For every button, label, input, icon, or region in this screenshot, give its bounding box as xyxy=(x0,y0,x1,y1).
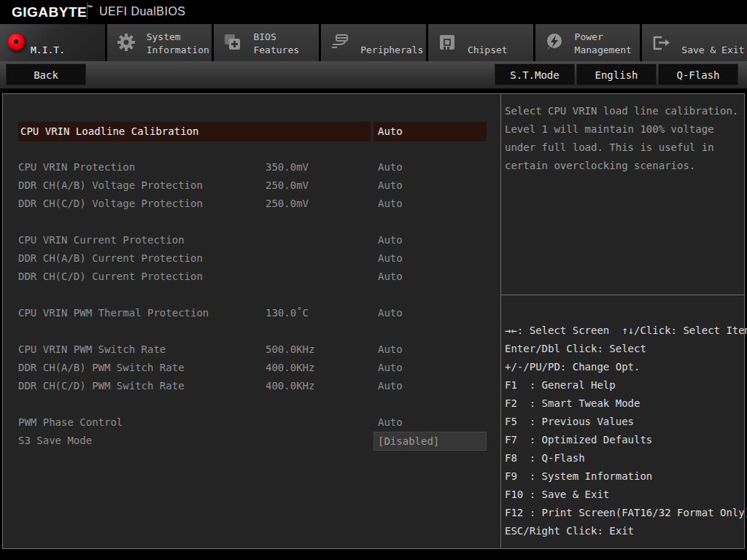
help-text-line: under full load. This is useful in xyxy=(505,139,745,157)
setting-reading: 350.0mV xyxy=(266,158,309,176)
setting-label: DDR CH(A/B) Voltage Protection xyxy=(18,176,203,195)
tab-system-information[interactable]: System Information xyxy=(107,24,212,61)
q-flash-button[interactable]: Q-Flash xyxy=(658,63,738,85)
setting-reading: 130.0˚C xyxy=(266,304,309,322)
st-mode-button[interactable]: S.T.Mode xyxy=(495,63,575,85)
gigabyte-logo: GIGABYTE™ xyxy=(12,4,93,20)
bios-screen: GIGABYTE™ UEFI DualBIOS M.I.T. xyxy=(0,0,747,560)
setting-reading: 400.0KHz xyxy=(266,377,314,395)
top-bar: GIGABYTE™ UEFI DualBIOS xyxy=(0,0,747,22)
shortcut-line: F1 : General Help xyxy=(505,376,745,394)
save-exit-icon xyxy=(651,32,671,52)
content-area: CPU VRIN Loadline Calibration Auto CPU V… xyxy=(2,93,745,549)
shortcuts-panel: →←: Select Screen ↑↓/Click: Select Item … xyxy=(501,296,745,548)
tab-bios-features[interactable]: BIOS Features xyxy=(214,24,319,61)
language-button[interactable]: English xyxy=(576,63,657,85)
help-panel: Select CPU VRIN load line calibration. L… xyxy=(501,94,745,295)
setting-reading: 250.0mV xyxy=(266,176,309,195)
peripherals-icon xyxy=(330,32,350,52)
firmware-title: UEFI DualBIOS xyxy=(99,5,186,18)
setting-reading: 500.0KHz xyxy=(266,341,314,359)
bios-chip-icon xyxy=(222,32,243,52)
tab-power-management[interactable]: Power Management xyxy=(535,24,640,61)
setting-label: S3 Save Mode xyxy=(18,432,92,450)
shortcut-line: F9 : System Information xyxy=(505,467,745,486)
setting-value: Auto xyxy=(378,195,403,213)
shortcut-line: F5 : Previous Values xyxy=(505,413,745,431)
power-bolt-icon xyxy=(544,32,565,52)
setting-label: CPU VRIN PWM Switch Rate xyxy=(18,341,166,359)
tab-bar: M.I.T. System Information xyxy=(0,22,747,61)
shortcut-line: ESC/Right Click: Exit xyxy=(505,522,745,540)
setting-value: Auto xyxy=(378,377,403,395)
setting-label: DDR CH(C/D) PWM Switch Rate xyxy=(18,377,185,395)
setting-value: Auto xyxy=(378,304,403,322)
setting-reading: 400.0KHz xyxy=(266,359,314,377)
help-text-line: certain overclocking scenarios. xyxy=(505,157,745,175)
header-divider xyxy=(87,2,88,20)
setting-value: Auto xyxy=(378,341,403,359)
toolbar: Back S.T.Mode English Q-Flash xyxy=(0,61,747,89)
setting-value: Auto xyxy=(378,268,403,286)
setting-label: DDR CH(C/D) Voltage Protection xyxy=(18,195,203,213)
setting-label: CPU VRIN Loadline Calibration xyxy=(18,122,371,141)
tab-mit[interactable]: M.I.T. xyxy=(0,24,105,61)
shortcut-line: F12 : Print Screen(FAT16/32 Format Only) xyxy=(505,504,745,522)
setting-value: Auto xyxy=(378,413,403,432)
setting-label: DDR CH(A/B) PWM Switch Rate xyxy=(18,359,185,377)
setting-label: DDR CH(A/B) Current Protection xyxy=(18,249,203,268)
shortcut-line: F2 : Smart Tweak Mode xyxy=(505,394,745,413)
setting-value: Auto xyxy=(378,231,403,249)
setting-label: DDR CH(C/D) Current Protection xyxy=(18,268,203,286)
tab-peripherals[interactable]: Peripherals xyxy=(321,24,426,61)
setting-value-dropdown[interactable]: [Disabled] xyxy=(374,432,487,451)
setting-reading: 250.0mV xyxy=(266,195,309,213)
setting-value: Auto xyxy=(378,176,403,195)
back-button[interactable]: Back xyxy=(6,63,86,85)
setting-label: PWM Phase Control xyxy=(18,413,123,432)
shortcut-line: F7 : Optimized Defaults xyxy=(505,431,745,449)
setting-value[interactable]: Auto xyxy=(374,122,487,141)
gear-icon xyxy=(116,32,136,52)
help-text-line: Select CPU VRIN load line calibration. xyxy=(505,102,745,120)
help-text-line: Level 1 will maintain 100% voltage xyxy=(505,120,745,139)
trademark: ™ xyxy=(87,4,93,11)
setting-value: Auto xyxy=(378,359,403,377)
setting-label: CPU VRIN Protection xyxy=(18,158,135,176)
setting-value: Auto xyxy=(378,158,403,176)
setting-label: CPU VRIN Current Protection xyxy=(18,231,185,249)
tab-chipset[interactable]: Chipset xyxy=(428,24,533,61)
shortcut-line: →←: Select Screen ↑↓/Click: Select Item xyxy=(505,322,745,340)
shortcut-line: +/-/PU/PD: Change Opt. xyxy=(505,358,745,376)
chipset-icon xyxy=(437,32,457,52)
shortcut-line: Enter/Dbl Click: Select xyxy=(505,340,745,358)
setting-label: CPU VRIN PWM Thermal Protection xyxy=(18,304,209,322)
setting-value: Auto xyxy=(378,249,403,268)
tab-save-exit[interactable]: Save & Exit xyxy=(642,24,747,61)
shortcut-line: F10 : Save & Exit xyxy=(505,486,745,504)
red-dial-icon xyxy=(7,33,25,50)
shortcut-line: F8 : Q-Flash xyxy=(505,449,745,467)
